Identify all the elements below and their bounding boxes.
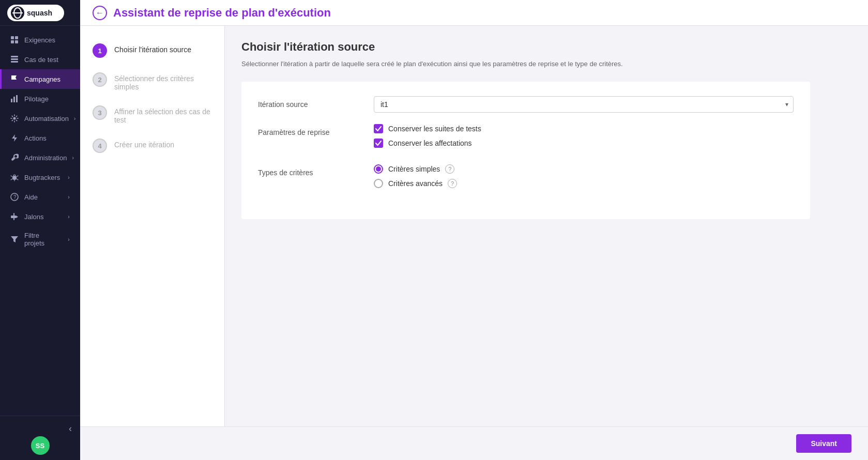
form-title: Choisir l'itération source xyxy=(241,40,851,54)
sidebar-item-automatisation[interactable]: Automatisation › xyxy=(0,109,80,128)
svg-rect-13 xyxy=(13,97,15,102)
step-4-label: Créer une itération xyxy=(114,139,174,149)
sidebar-item-filtre-projets[interactable]: Filtre projets › xyxy=(0,226,80,252)
sidebar-item-label-bugtrackers: Bugtrackers xyxy=(24,174,60,181)
svg-rect-14 xyxy=(16,95,18,102)
milestone-icon xyxy=(10,212,19,221)
parametres-value: Conserver les suites de tests Conserver … xyxy=(374,124,794,153)
settings-icon xyxy=(10,114,19,123)
form-panel: Choisir l'itération source Sélectionner … xyxy=(225,26,868,426)
svg-rect-21 xyxy=(13,213,14,220)
step-1-number: 1 xyxy=(93,43,107,58)
svg-rect-6 xyxy=(15,36,18,39)
checkbox-row-1: Conserver les suites de tests xyxy=(374,124,794,133)
sidebar-item-bugtrackers[interactable]: Bugtrackers › xyxy=(0,167,80,187)
svg-text:squash: squash xyxy=(27,9,52,17)
step-1-label: Choisir l'itération source xyxy=(114,43,191,54)
radio-criteres-simples[interactable] xyxy=(374,164,383,174)
sidebar-item-label-filtre-projets: Filtre projets xyxy=(24,232,60,247)
step-3-number: 3 xyxy=(93,105,107,120)
step-3-label: Affiner la sélection des cas de test xyxy=(114,105,212,124)
sidebar-item-campagnes[interactable]: Campagnes xyxy=(0,69,80,89)
radio-label-criteres-simples: Critères simples xyxy=(388,165,440,173)
sidebar-nav: Exigences Cas de test Campagnes Pilotage xyxy=(0,26,80,416)
sidebar-item-label-aide: Aide xyxy=(24,193,60,201)
sidebar: squash Exigences Cas de test Campagnes xyxy=(0,0,80,460)
iteration-source-row: Itération source it1 ▾ xyxy=(258,96,794,113)
sidebar-item-exigences[interactable]: Exigences xyxy=(0,30,80,50)
sidebar-item-label-actions: Actions xyxy=(24,134,72,142)
logo: squash xyxy=(0,0,80,26)
chevron-right-icon-aide: › xyxy=(66,194,72,200)
help-icon-criteres-simples[interactable]: ? xyxy=(445,164,454,174)
checkbox-suites-de-tests[interactable] xyxy=(374,124,383,133)
collapse-button[interactable]: ‹ xyxy=(8,421,72,436)
radio-row-2: Critères avancés ? xyxy=(374,179,794,188)
svg-rect-10 xyxy=(11,58,18,60)
sidebar-bottom: ‹ SS xyxy=(0,416,80,460)
form-card: Itération source it1 ▾ Paramètres de rep… xyxy=(241,82,810,219)
sidebar-item-label-pilotage: Pilotage xyxy=(24,95,72,103)
step-1[interactable]: 1 Choisir l'itération source xyxy=(80,36,224,65)
bug-icon xyxy=(10,173,19,182)
chevron-right-icon-filtre-projets: › xyxy=(66,236,72,242)
svg-text:?: ? xyxy=(13,194,17,200)
header: ← Assistant de reprise de plan d'exécuti… xyxy=(80,0,868,26)
step-3[interactable]: 3 Affiner la sélection des cas de test xyxy=(80,98,224,131)
iteration-source-select-wrapper: it1 ▾ xyxy=(374,96,794,113)
radio-criteres-avances[interactable] xyxy=(374,179,383,188)
svg-rect-8 xyxy=(15,40,18,43)
page-title: Assistant de reprise de plan d'exécution xyxy=(113,6,331,20)
footer: Suivant xyxy=(80,426,868,460)
avatar[interactable]: SS xyxy=(31,436,50,455)
sidebar-item-cas-de-test[interactable]: Cas de test xyxy=(0,50,80,69)
radio-row-1: Critères simples ? xyxy=(374,164,794,174)
grid-icon xyxy=(10,35,19,44)
svg-point-15 xyxy=(13,117,16,120)
sidebar-item-label-automatisation: Automatisation xyxy=(24,115,69,122)
chevron-right-icon-bugtrackers: › xyxy=(66,174,72,180)
table-icon xyxy=(10,55,19,64)
back-button[interactable]: ← xyxy=(93,6,107,20)
radio-label-criteres-avances: Critères avancés xyxy=(388,179,443,188)
wrench-icon xyxy=(10,153,19,162)
help-icon-criteres-avances[interactable]: ? xyxy=(448,179,457,188)
svg-point-16 xyxy=(12,176,17,180)
form-subtitle: Sélectionner l'itération à partir de laq… xyxy=(241,59,851,69)
sidebar-item-label-jalons: Jalons xyxy=(24,213,60,221)
sidebar-item-jalons[interactable]: Jalons › xyxy=(0,207,80,226)
sidebar-item-aide[interactable]: ? Aide › xyxy=(0,187,80,207)
sidebar-item-pilotage[interactable]: Pilotage xyxy=(0,89,80,109)
suivant-button[interactable]: Suivant xyxy=(796,434,851,453)
main-area: ← Assistant de reprise de plan d'exécuti… xyxy=(80,0,868,460)
svg-rect-11 xyxy=(11,61,18,63)
step-2-label: Sélectionner des critères simples xyxy=(114,72,212,91)
svg-rect-9 xyxy=(11,56,18,57)
svg-rect-7 xyxy=(11,40,14,43)
iteration-source-select[interactable]: it1 xyxy=(374,96,794,113)
iteration-source-label: Itération source xyxy=(258,96,361,109)
sidebar-item-label-campagnes: Campagnes xyxy=(24,75,72,83)
step-2-number: 2 xyxy=(93,72,107,87)
checkbox-affectations[interactable] xyxy=(374,139,383,148)
step-2[interactable]: 2 Sélectionner des critères simples xyxy=(80,65,224,98)
filter-icon xyxy=(10,235,19,244)
chevron-right-icon-jalons: › xyxy=(66,213,72,220)
sidebar-item-label-cas-de-test: Cas de test xyxy=(24,56,72,64)
parametres-label: Paramètres de reprise xyxy=(258,124,361,136)
parametres-row: Paramètres de reprise Conserver les suit… xyxy=(258,124,794,153)
checkbox-row-2: Conserver les affectations xyxy=(374,139,794,148)
sidebar-item-label-administration: Administration xyxy=(24,154,67,162)
lightning-icon xyxy=(10,133,19,143)
svg-marker-20 xyxy=(16,216,18,218)
flag-icon xyxy=(10,74,19,84)
checkbox-label-affectations: Conserver les affectations xyxy=(388,139,472,147)
types-criteres-row: Types de critères Critères simples ? Cri… xyxy=(258,164,794,193)
step-4[interactable]: 4 Créer une itération xyxy=(80,131,224,160)
chevron-right-icon-automatisation: › xyxy=(74,115,75,121)
content-area: 1 Choisir l'itération source 2 Sélection… xyxy=(80,26,868,426)
sidebar-item-administration[interactable]: Administration › xyxy=(0,148,80,167)
sidebar-item-actions[interactable]: Actions xyxy=(0,128,80,148)
svg-rect-12 xyxy=(11,99,12,102)
svg-rect-5 xyxy=(11,36,14,39)
